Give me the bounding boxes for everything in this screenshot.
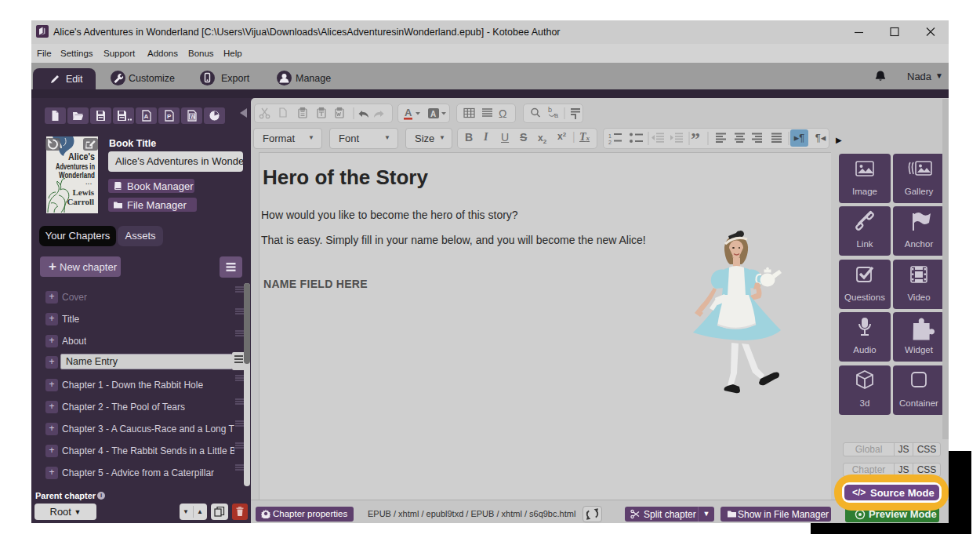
svg-text:A: A <box>430 110 436 118</box>
svg-text:A: A <box>144 113 149 120</box>
svg-text:Ω: Ω <box>499 107 506 120</box>
svg-text:Carroll: Carroll <box>67 197 94 206</box>
svg-text:2: 2 <box>608 140 612 145</box>
svg-text:Lewis: Lewis <box>73 187 95 197</box>
svg-text:A: A <box>405 107 412 118</box>
svg-text:”: ” <box>691 129 700 149</box>
svg-text:Alice's: Alice's <box>68 151 95 162</box>
svg-text:P: P <box>167 113 172 120</box>
svg-text:1: 1 <box>608 133 612 139</box>
svg-text:...: ... <box>85 180 93 185</box>
svg-text:W: W <box>191 114 196 119</box>
svg-text:b: b <box>548 106 552 114</box>
